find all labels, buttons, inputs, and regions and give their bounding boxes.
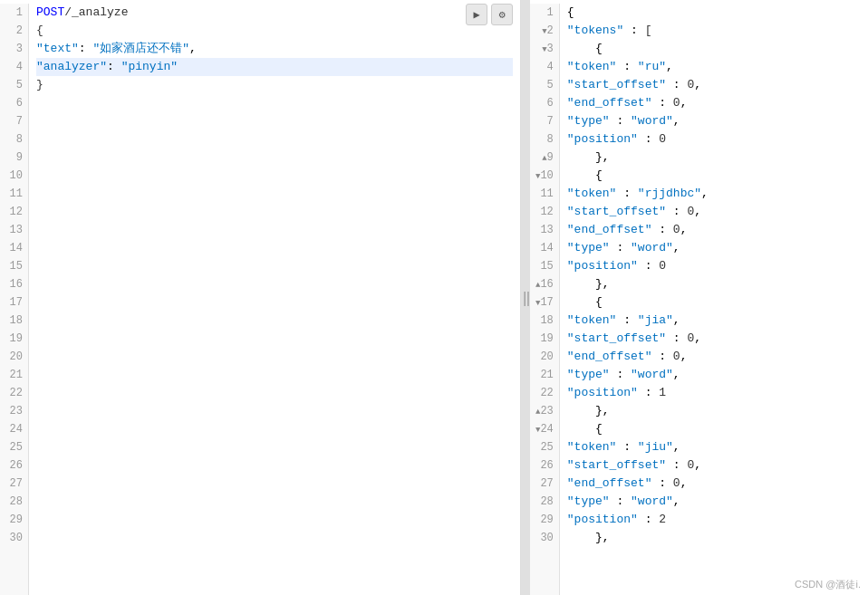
left-code-line [36,456,513,475]
left-code-line [36,221,513,239]
right-line-number: ▲23 [535,402,554,420]
left-code-line [36,112,513,130]
right-code-line: { [567,167,861,185]
settings-button[interactable]: ⚙ [491,4,513,25]
left-code-line [36,239,513,257]
run-icon: ▶ [473,8,479,22]
right-code-area[interactable]: 1▼2▼345678▲9▼101112131415▲16▼17181920212… [530,0,868,595]
right-code-line: "position" : 2 [567,511,861,529]
right-line-number: 28 [535,493,554,511]
right-code-line: "type" : "word", [567,239,861,257]
right-line-numbers: 1▼2▼345678▲9▼101112131415▲16▼17181920212… [530,4,560,595]
right-code-line: "start_offset" : 0, [567,456,861,475]
run-button[interactable]: ▶ [466,4,487,25]
left-code-line [36,384,513,402]
right-line-number: 26 [535,456,554,475]
right-code-line: "position" : 1 [567,384,861,402]
left-code-line [36,529,513,547]
left-code-line [36,475,513,493]
right-line-number: ▼10 [535,167,554,185]
left-code-area[interactable]: 1234567891011121314151617181920212223242… [0,0,520,595]
right-line-number: 5 [535,76,554,94]
left-code-line [36,275,513,293]
right-line-number: 11 [535,185,554,203]
left-code-line [36,185,513,203]
right-code-line: "end_offset" : 0, [567,348,861,366]
right-code-line: { [567,420,861,438]
right-line-number: ▲9 [535,149,554,167]
right-code-content: { "tokens" : [ { "token" : "ru", "start_… [560,4,868,595]
right-line-number: 20 [535,348,554,366]
left-code-line [36,312,513,330]
left-code-line: { [36,22,513,40]
right-line-number: 15 [535,257,554,275]
watermark: CSDN @酒徒i. [795,578,861,591]
left-code-line [36,438,513,456]
right-code-line: "end_offset" : 0, [567,94,861,112]
right-code-line: }, [567,275,861,293]
left-code-line [36,130,513,149]
left-code-line: } [36,76,513,94]
right-code-line: "tokens" : [ [567,22,861,40]
right-line-number: 6 [535,94,554,112]
left-panel: ▶ ⚙ 123456789101112131415161718192021222… [0,0,521,595]
right-line-number: 27 [535,475,554,493]
right-line-number: 14 [535,239,554,257]
right-line-number: 7 [535,112,554,130]
right-line-number: 21 [535,366,554,384]
left-line-numbers: 1234567891011121314151617181920212223242… [0,4,29,595]
left-toolbar: ▶ ⚙ [466,4,513,25]
left-code-line: "analyzer": "pinyin" [36,58,513,76]
right-line-number: ▲16 [535,275,554,293]
right-code-line: "token" : "ru", [567,58,861,76]
left-code-line [36,493,513,511]
divider-icon: ‖ [522,289,529,307]
left-code-line [36,257,513,275]
right-code-line: { [567,40,861,58]
right-code-line: }, [567,402,861,420]
left-code-line [36,293,513,312]
settings-icon: ⚙ [498,8,505,22]
right-code-line: "type" : "word", [567,112,861,130]
right-code-line: }, [567,149,861,167]
left-code-line [36,402,513,420]
right-code-line: "end_offset" : 0, [567,475,861,493]
right-code-line: "token" : "rjjdhbc", [567,185,861,203]
left-code-content[interactable]: POST /_analyze{ "text": "如家酒店还不错", "anal… [29,4,520,595]
right-line-number: 22 [535,384,554,402]
right-line-number: 8 [535,130,554,149]
right-code-line: { [567,4,861,22]
right-line-number: 29 [535,511,554,529]
right-code-line: "type" : "word", [567,366,861,384]
right-line-number: 30 [535,529,554,547]
left-code-line [36,366,513,384]
left-code-line: POST /_analyze [36,4,513,22]
right-line-number: 12 [535,203,554,221]
right-line-number: 13 [535,221,554,239]
right-code-line: "token" : "jiu", [567,438,861,456]
right-line-number: ▼17 [535,293,554,312]
left-code-line [36,420,513,438]
right-line-number: ▼2 [535,22,554,40]
right-code-line: "type" : "word", [567,493,861,511]
right-code-line: "position" : 0 [567,130,861,149]
right-code-line: "start_offset" : 0, [567,76,861,94]
right-code-line: "token" : "jia", [567,312,861,330]
right-line-number: ▼24 [535,420,554,438]
editor-container: ▶ ⚙ 123456789101112131415161718192021222… [0,0,868,595]
left-code-line [36,167,513,185]
left-code-line [36,149,513,167]
right-panel: 1▼2▼345678▲9▼101112131415▲16▼17181920212… [530,0,868,595]
right-line-number: 1 [535,4,554,22]
left-code-line [36,94,513,112]
right-line-number: 25 [535,438,554,456]
right-code-line: "start_offset" : 0, [567,330,861,348]
right-code-line: { [567,293,861,312]
right-line-number: ▼3 [535,40,554,58]
right-code-line: }, [567,529,861,547]
right-code-line: "end_offset" : 0, [567,221,861,239]
left-code-line [36,348,513,366]
right-line-number: 18 [535,312,554,330]
panel-divider[interactable]: ‖ [521,0,530,595]
right-line-number: 19 [535,330,554,348]
